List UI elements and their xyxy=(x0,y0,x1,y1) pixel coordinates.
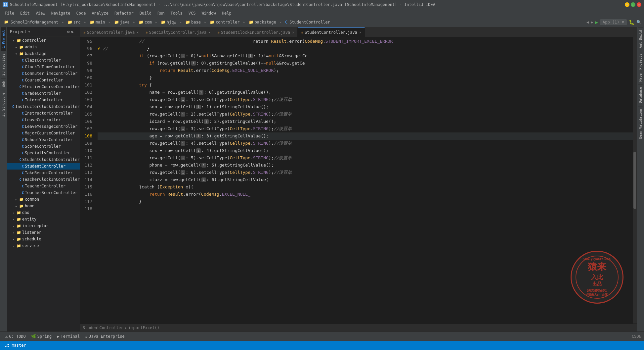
backstage-item[interactable]: 📁 backstage xyxy=(247,19,278,25)
tree-item-coursecontroller[interactable]: CCourseController xyxy=(7,77,80,83)
studentcontroller-item[interactable]: C StudentController xyxy=(284,19,331,25)
tree-item-admin[interactable]: ▸📁admin xyxy=(7,44,80,50)
tree-item-dao[interactable]: ▸📁dao xyxy=(7,209,80,216)
tree-arrow-admin[interactable]: ▸ xyxy=(15,45,19,49)
search-everywhere-button[interactable]: 🔍 xyxy=(636,20,641,25)
tree-item-clockintimecontroller[interactable]: CClockInTimeController xyxy=(7,64,80,70)
menu-item-code[interactable]: Code xyxy=(74,10,89,16)
vertical-scrollbar[interactable] xyxy=(633,37,637,324)
menu-item-file[interactable]: File xyxy=(2,10,17,16)
tree-item-instructorcontroller[interactable]: CInstructorController xyxy=(7,110,80,117)
tree-arrow-schedule[interactable]: ▸ xyxy=(13,237,16,241)
tab-studentcontroller[interactable]: ☕ StudentController.java ✕ xyxy=(298,27,365,37)
controller-item[interactable]: 📁 controller xyxy=(208,19,241,25)
tree-arrow-backstage[interactable]: ▾ xyxy=(15,52,19,56)
tree-arrow-service[interactable]: ▸ xyxy=(13,244,16,248)
menu-item-view[interactable]: View xyxy=(33,10,48,16)
debug-button[interactable]: 🐛 xyxy=(629,20,634,25)
code-content[interactable]: // return Result.error(CodeMsg.STUDENT_I… xyxy=(95,37,633,324)
tree-item-majorcoursecontroller[interactable]: CMajorCourseController xyxy=(7,130,80,136)
tree-arrow-controller[interactable]: ▾ xyxy=(13,39,16,42)
menu-item-analyze[interactable]: Analyze xyxy=(89,10,111,16)
tree-item-takerecordcontroller[interactable]: CTakeRecordController xyxy=(7,170,80,176)
tree-item-studentcontroller[interactable]: CStudentController xyxy=(7,163,80,170)
tree-item-teacherscorecontroller[interactable]: CTeacherScoreController xyxy=(7,189,80,196)
tree-item-leavemessagecontroller[interactable]: CLeaveMessageController xyxy=(7,123,80,130)
java-item[interactable]: 📁 java xyxy=(113,19,131,25)
tab-specialtycontroller[interactable]: ☕ SpecialtyController.java ✕ xyxy=(142,27,214,37)
tree-item-listener[interactable]: ▸📁listener xyxy=(7,229,80,236)
java-enterprise-tab[interactable]: ☕ Java Enterprise xyxy=(82,334,127,339)
sidebar-settings[interactable]: ⚙ xyxy=(67,29,69,34)
menu-item-window[interactable]: Window xyxy=(199,10,218,16)
menu-item-vcs[interactable]: VCS xyxy=(186,10,198,16)
hjqw-item[interactable]: 📁 hjqw xyxy=(159,19,178,25)
tree-item-leavecontroller[interactable]: CLeaveController xyxy=(7,117,80,123)
window-controls[interactable]: ─ □ ✕ xyxy=(625,2,641,7)
code-editor[interactable]: 95 96 97 98 99 100 101 102 103 104 105 1… xyxy=(80,37,637,324)
tree-item-instructorclockincontroller[interactable]: CInstructorClockInController xyxy=(7,103,80,110)
git-branch[interactable]: ⎇ master xyxy=(3,343,28,348)
base-item[interactable]: 📁 base xyxy=(184,19,202,25)
tree-item-interceptor[interactable]: ▸📁interceptor xyxy=(7,223,80,229)
toolbar-action-back[interactable]: ◀ xyxy=(586,20,589,25)
tree-arrow-listener[interactable]: ▸ xyxy=(13,231,16,234)
spring-tab[interactable]: 🌿 Spring xyxy=(28,334,54,339)
terminal-tab[interactable]: ▶ Terminal xyxy=(54,334,82,339)
project-tab[interactable]: 1:Project xyxy=(1,27,6,51)
minimize-button[interactable]: ─ xyxy=(625,2,629,7)
ant-build-tab[interactable]: Ant Build xyxy=(638,27,643,51)
tree-item-schedule[interactable]: ▸📁schedule xyxy=(7,236,80,242)
breadcrumb-method[interactable]: importExcel() xyxy=(128,325,159,330)
tree-item-backstage[interactable]: ▾📁backstage xyxy=(7,50,80,57)
structure-tab[interactable]: Z: Structure xyxy=(1,90,6,119)
bean-validation-tab[interactable]: Bean Validation xyxy=(638,106,643,141)
tree-item-controller[interactable]: ▾📁controller xyxy=(7,37,80,44)
menu-item-help[interactable]: Help xyxy=(219,10,234,16)
toolbar-action-fwd[interactable]: ▶ xyxy=(591,20,593,25)
main-item[interactable]: 📁 main xyxy=(88,19,107,25)
breadcrumb-file[interactable]: StudentController xyxy=(83,325,123,330)
sidebar-dropdown[interactable]: ▾ xyxy=(28,29,30,34)
web-tab[interactable]: Web xyxy=(1,78,6,90)
project-toolbar-item[interactable]: 📁 SchoolInfoManagement xyxy=(3,19,60,25)
tree-item-gradecontroller[interactable]: CGradeController xyxy=(7,90,80,97)
tab-close-specialty[interactable]: ✕ xyxy=(208,30,210,34)
maximize-button[interactable]: □ xyxy=(631,2,635,7)
tree-item-studentclockincontroller[interactable]: CStudentClockInController xyxy=(7,156,80,163)
menu-item-edit[interactable]: Edit xyxy=(18,10,32,16)
tree-item-clazzcontroller[interactable]: CClazzController xyxy=(7,57,80,64)
tab-scorecontroller[interactable]: ☕ ScoreController.java ✕ xyxy=(80,27,142,37)
sidebar-sort[interactable]: ⇅ xyxy=(71,29,73,34)
menu-item-run[interactable]: Run xyxy=(155,10,167,16)
close-button[interactable]: ✕ xyxy=(637,2,641,7)
tab-close-score[interactable]: ✕ xyxy=(137,30,139,34)
menu-item-tools[interactable]: Tools xyxy=(168,10,185,16)
menu-item-navigate[interactable]: Navigate xyxy=(49,10,73,16)
tab-close-studentclockin[interactable]: ✕ xyxy=(292,30,294,34)
breadcrumb-schoolinfo[interactable]: SchoolInfoManagement xyxy=(11,20,59,25)
maven-projects-tab[interactable]: Maven Projects xyxy=(638,51,643,84)
tree-arrow-common[interactable]: ▸ xyxy=(15,198,19,201)
tree-item-electivecoursecontroller[interactable]: CElectiveCourseController xyxy=(7,83,80,90)
tab-close-student[interactable]: ✕ xyxy=(359,30,361,34)
run-button[interactable]: ▶ xyxy=(595,20,598,25)
tab-studentclockin[interactable]: ☕ StudentClockInController.java ✕ xyxy=(214,27,298,37)
tree-item-home[interactable]: ▸📁home xyxy=(7,203,80,209)
app-selector[interactable]: App (1) ▼ xyxy=(600,19,627,25)
com-item[interactable]: 📁 com xyxy=(137,19,153,25)
sidebar-collapse[interactable]: — xyxy=(75,29,77,34)
tree-item-teacherclockincontroller[interactable]: CTeacherClockInController xyxy=(7,176,80,183)
database-tab[interactable]: Database xyxy=(638,84,643,106)
menu-item-build[interactable]: Build xyxy=(137,10,154,16)
tree-item-specialtycontroller[interactable]: CSpecialtyController xyxy=(7,150,80,156)
favorites-tab[interactable]: 2:Favorites xyxy=(1,51,6,78)
tree-item-common[interactable]: ▸📁common xyxy=(7,196,80,203)
tree-item-service[interactable]: ▸📁service xyxy=(7,242,80,249)
tree-arrow-entity[interactable]: ▸ xyxy=(13,218,16,221)
tree-item-informcontroller[interactable]: CInformController xyxy=(7,97,80,103)
tree-arrow-interceptor[interactable]: ▸ xyxy=(13,224,16,228)
tree-item-entity[interactable]: ▸📁entity xyxy=(7,216,80,223)
tree-item-teachercontroller[interactable]: CTeacherController xyxy=(7,183,80,189)
tree-item-scorecontroller[interactable]: CScoreController xyxy=(7,143,80,150)
